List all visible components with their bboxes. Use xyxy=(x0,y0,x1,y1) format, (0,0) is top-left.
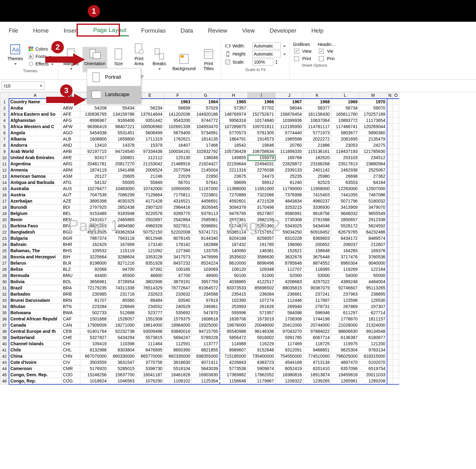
cell[interactable] xyxy=(387,124,393,130)
cell[interactable]: 8271216 xyxy=(108,260,136,266)
scale-input[interactable]: 100% xyxy=(252,59,273,65)
cell[interactable]: 102390 xyxy=(220,297,248,304)
col-header-K[interactable]: K xyxy=(303,92,331,99)
cell[interactable]: 1526057 xyxy=(108,316,136,322)
row-header[interactable]: 14 xyxy=(0,180,9,186)
cell[interactable]: 6052419 xyxy=(275,366,303,372)
cell[interactable]: 5434294 xyxy=(108,335,136,341)
cell[interactable] xyxy=(387,360,393,366)
cell[interactable]: 64184 xyxy=(359,180,387,186)
cell[interactable]: 9289770 xyxy=(164,211,192,217)
cell[interactable]: 121092 xyxy=(136,248,164,254)
cell[interactable] xyxy=(393,273,399,279)
cell[interactable] xyxy=(387,130,393,136)
cell[interactable]: ASM xyxy=(62,173,80,180)
cell[interactable] xyxy=(393,353,399,360)
tab-data[interactable]: Data xyxy=(178,25,196,36)
cell[interactable]: 7047539 xyxy=(80,192,108,198)
cell[interactable]: 57641 xyxy=(192,180,220,186)
row-header[interactable]: 13 xyxy=(0,173,9,180)
cell[interactable]: Africa Eastern and So xyxy=(9,111,62,118)
cell[interactable]: 55385114 xyxy=(220,229,248,235)
cell[interactable]: 236661 xyxy=(275,291,303,297)
cell[interactable]: CAN xyxy=(62,322,80,328)
cell[interactable]: 5071796 xyxy=(331,198,359,204)
cell[interactable]: 109419 xyxy=(80,341,108,347)
cell[interactable]: 3895398 xyxy=(80,198,108,204)
spreadsheet-grid[interactable]: ABCDEFGHIJKLMNO1Country NameCode19631964… xyxy=(0,92,399,385)
cell[interactable]: ARG xyxy=(62,161,80,167)
row-header[interactable]: 17 xyxy=(0,198,9,204)
cell[interactable]: 169376 xyxy=(359,248,387,254)
cell[interactable]: 235415 xyxy=(220,291,248,297)
cell[interactable] xyxy=(387,291,393,297)
cell[interactable]: 4544168 xyxy=(275,360,303,366)
cell[interactable]: 1125354 xyxy=(192,378,220,385)
cell[interactable]: 5890360 xyxy=(359,130,387,136)
cell[interactable]: 20817270 xyxy=(108,161,136,167)
cell[interactable]: 17369882 xyxy=(220,372,248,378)
cell[interactable]: 4171428 xyxy=(136,198,164,204)
cell[interactable]: 5771973 xyxy=(303,130,331,136)
cell[interactable]: 278731 xyxy=(303,304,331,310)
cell[interactable] xyxy=(387,310,393,316)
cell[interactable]: 237963 xyxy=(331,291,359,297)
cell[interactable]: 297307 xyxy=(359,304,387,310)
cell[interactable] xyxy=(393,304,399,310)
cell[interactable]: 547870 xyxy=(192,310,220,316)
cell[interactable] xyxy=(387,260,393,266)
cell[interactable]: 111899335 xyxy=(275,149,303,155)
cell[interactable]: Africa Western and C xyxy=(9,124,62,130)
row-header[interactable]: 11 xyxy=(0,161,9,167)
cell[interactable]: Burundi xyxy=(9,204,62,211)
cell[interactable] xyxy=(387,211,393,217)
cell[interactable]: 8696496 xyxy=(248,260,275,266)
cell[interactable]: 571957 xyxy=(248,310,275,316)
cell[interactable]: 6201410 xyxy=(303,366,331,372)
cell[interactable]: 1762621 xyxy=(164,136,192,142)
cell[interactable]: 116065 xyxy=(303,266,331,273)
cell[interactable]: 92197715 xyxy=(80,149,108,155)
cell[interactable] xyxy=(387,198,393,204)
cell[interactable]: AGO xyxy=(62,130,80,136)
cell[interactable]: Bermuda xyxy=(9,273,62,279)
cell[interactable]: 5098891 xyxy=(192,223,220,229)
cell[interactable]: 57157651 xyxy=(248,229,275,235)
cell[interactable]: AND xyxy=(62,142,80,149)
cell[interactable]: 12263000 xyxy=(331,186,359,192)
cell[interactable]: 4897470 xyxy=(331,360,359,366)
cell[interactable]: 63553 xyxy=(331,180,359,186)
cell[interactable]: 8303804 xyxy=(108,347,136,353)
cell[interactable]: 3918630 xyxy=(164,360,192,366)
cell[interactable]: 1708306 xyxy=(275,316,303,322)
cell[interactable]: 3253215 xyxy=(275,204,303,211)
cell[interactable]: 9152848 xyxy=(248,347,275,353)
cell[interactable]: 25980 xyxy=(303,173,331,180)
cell[interactable]: 5789228 xyxy=(192,335,220,341)
cell[interactable]: 3631547 xyxy=(108,360,136,366)
tab-view[interactable]: View xyxy=(240,25,257,36)
cell[interactable]: 178142 xyxy=(164,242,192,248)
cell[interactable]: 1914573 xyxy=(248,136,275,142)
cell[interactable] xyxy=(393,310,399,316)
cell[interactable]: AFG xyxy=(62,118,80,124)
cell[interactable]: 94715795 xyxy=(192,328,220,335)
cell[interactable]: 57357 xyxy=(220,105,248,111)
col-header-O[interactable]: O xyxy=(393,92,399,99)
cell[interactable]: 148769974 xyxy=(220,111,248,118)
cell[interactable]: 105736428 xyxy=(220,149,248,155)
cell[interactable]: 5176920 xyxy=(80,366,108,372)
cell[interactable]: 2145004 xyxy=(192,167,220,173)
cell[interactable]: 19459818 xyxy=(331,372,359,378)
cell[interactable]: 16407 xyxy=(164,142,192,149)
cell[interactable]: 2682159 xyxy=(248,217,275,223)
cell[interactable]: 85696502 xyxy=(248,285,275,291)
cell[interactable]: 134159786 xyxy=(108,111,136,118)
cell[interactable]: 19646 xyxy=(248,142,275,149)
cell[interactable]: 119975 xyxy=(331,341,359,347)
cell[interactable] xyxy=(387,304,393,310)
cell[interactable] xyxy=(393,99,399,105)
colors-button[interactable]: Colors xyxy=(27,46,55,52)
cell[interactable]: 1941498 xyxy=(108,167,136,173)
cell[interactable] xyxy=(393,335,399,341)
